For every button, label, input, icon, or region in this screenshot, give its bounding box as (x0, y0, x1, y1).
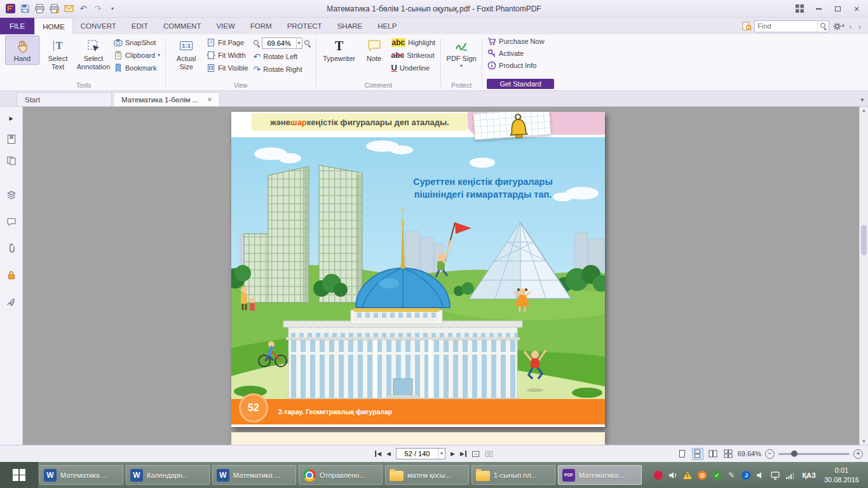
tab-home[interactable]: HOME (34, 18, 73, 34)
attachments-panel-icon[interactable] (4, 241, 19, 256)
underline-button[interactable]: U Underline (390, 62, 438, 74)
zoom-slider[interactable] (778, 453, 850, 455)
fit-visible-button[interactable]: Fit Visible (205, 62, 250, 74)
zoom-out-icon[interactable] (254, 40, 260, 46)
purchase-now-button[interactable]: Purchase Now (485, 36, 546, 47)
language-indicator[interactable]: ҚАЗ (799, 471, 818, 479)
close-button[interactable]: × (848, 3, 865, 15)
print-button[interactable] (33, 3, 46, 15)
tab-view[interactable]: VIEW (208, 18, 242, 34)
ribbon-scroll-right-icon[interactable]: › (857, 22, 863, 31)
zoom-slider-thumb[interactable] (791, 451, 797, 457)
taskbar-item-foxit-active[interactable]: PDFМатематика ... (558, 465, 642, 485)
quick-print-button[interactable] (48, 3, 60, 15)
network-tray-icon[interactable] (785, 470, 795, 480)
tab-file[interactable]: FILE (0, 18, 34, 34)
security-panel-icon[interactable] (4, 268, 19, 283)
bookmarks-panel-icon[interactable] (4, 132, 19, 147)
ribbon-scroll-left-icon[interactable]: ‹ (847, 22, 853, 31)
strikeout-button[interactable]: abc Strikeout (390, 50, 438, 61)
get-standard-button[interactable]: Get Standard (487, 79, 554, 89)
single-page-icon[interactable] (677, 448, 688, 460)
dropdown-icon[interactable]: ▾ (438, 449, 445, 459)
taskbar-item-folder-2[interactable]: 1-сынып пл... (471, 465, 555, 485)
taskbar-item-folder-1[interactable]: матем қосы... (385, 465, 469, 485)
vertical-scrollbar[interactable]: ▲ ▼ (859, 107, 868, 445)
select-text-button[interactable]: T Select Text (41, 36, 75, 72)
minimize-button[interactable] (810, 3, 827, 15)
app-logo-icon[interactable] (4, 3, 17, 15)
fit-width-button[interactable]: Fit Width (205, 50, 250, 61)
scroll-up-icon[interactable]: ▲ (862, 108, 866, 112)
rotate-right-button[interactable]: ↷ Rotate Right (252, 64, 313, 75)
expand-panel-arrow-icon[interactable]: ▶ (9, 116, 13, 121)
page-number-input[interactable] (397, 450, 438, 458)
tab-form[interactable]: FORM (243, 18, 280, 34)
highlight-button[interactable]: abc Highlight (390, 37, 438, 48)
java-tray-icon[interactable]: J (741, 470, 751, 480)
actual-size-button[interactable]: 1:1 Actual Size (169, 36, 203, 72)
pen-input-tray-icon[interactable]: ✎ (726, 470, 736, 480)
snapshot-button[interactable]: SnapShot (112, 37, 162, 48)
continuous-facing-icon[interactable] (722, 448, 734, 460)
zoom-in-icon[interactable] (304, 40, 311, 46)
find-settings-button[interactable]: ▾ (832, 20, 844, 32)
next-page-button[interactable]: ▶ (451, 451, 455, 457)
rotate-left-button[interactable]: ↶ Rotate Left (252, 51, 313, 62)
antivirus-tray-icon[interactable] (653, 470, 663, 480)
save-button[interactable] (18, 3, 31, 15)
volume-tray-icon[interactable] (668, 470, 678, 480)
taskbar-item-word-2[interactable]: WКалендарн... (126, 465, 210, 485)
scrollbar-thumb[interactable] (861, 225, 867, 255)
full-screen-button[interactable] (471, 450, 480, 458)
tab-share[interactable]: SHARE (330, 18, 370, 34)
layers-panel-icon[interactable] (4, 187, 19, 203)
clock[interactable]: 0:01 30.08.2016 (823, 466, 864, 484)
redo-button[interactable]: ↷ (92, 3, 104, 15)
zoom-input[interactable] (262, 39, 296, 47)
qat-customize-button[interactable]: ▾ (106, 3, 119, 15)
bookmark-button[interactable]: Bookmark (112, 62, 162, 74)
workspace-grid-icon[interactable] (790, 3, 808, 15)
find-search-button[interactable] (817, 21, 829, 32)
clipboard-button[interactable]: Clipboard ▾ (112, 50, 162, 61)
find-options-icon[interactable] (742, 22, 752, 31)
tab-help[interactable]: HELP (370, 18, 404, 34)
scroll-down-icon[interactable]: ▼ (862, 439, 866, 444)
taskbar-item-chrome[interactable]: Отправленн... (299, 465, 383, 485)
tab-protect[interactable]: PROTECT (280, 18, 330, 34)
tab-convert[interactable]: CONVERT (73, 18, 124, 34)
signature-panel-icon[interactable] (4, 294, 19, 309)
continuous-page-icon[interactable] (692, 448, 703, 460)
taskbar-item-word-3[interactable]: WМатематика ... (212, 465, 296, 485)
select-annotation-button[interactable]: Select Annotation (76, 36, 111, 72)
doc-tab-start[interactable]: Start (17, 92, 112, 106)
alert-tray-icon[interactable]: ! (682, 470, 693, 480)
pages-panel-icon[interactable] (4, 153, 19, 168)
last-page-button[interactable]: ▶ (460, 451, 466, 457)
hand-button[interactable]: Hand (5, 36, 39, 65)
mail-agent-tray-icon[interactable]: @ (697, 470, 707, 480)
comments-panel-icon[interactable] (4, 214, 19, 229)
tab-edit[interactable]: EDIT (124, 18, 156, 34)
email-button[interactable] (62, 3, 75, 15)
close-tab-icon[interactable]: × (198, 95, 212, 104)
tab-list-dropdown-icon[interactable]: ▼ (860, 97, 865, 103)
first-page-button[interactable]: ◀ (375, 451, 381, 457)
maximize-button[interactable] (829, 3, 846, 15)
activate-button[interactable]: Activate (485, 48, 526, 59)
tab-comment[interactable]: COMMENT (156, 18, 208, 34)
zoom-out-button[interactable]: − (765, 449, 775, 459)
product-info-button[interactable]: Product Info (485, 60, 538, 71)
taskbar-item-word-1[interactable]: WМатематика ... (39, 465, 123, 485)
undo-button[interactable]: ↶ (77, 3, 90, 15)
read-mode-button[interactable] (485, 450, 493, 458)
security-tray-icon[interactable]: ✓ (712, 470, 722, 480)
zoom-in-button[interactable]: + (853, 449, 863, 459)
facing-page-icon[interactable] (707, 448, 719, 460)
document-area[interactable]: және шар кеңістік фигуралары деп аталады… (23, 107, 859, 445)
doc-tab-active[interactable]: Математика 1-бөлім ... × (113, 92, 220, 106)
dropdown-icon[interactable]: ▾ (296, 38, 302, 48)
audio-device-tray-icon[interactable] (756, 470, 766, 480)
previous-page-button[interactable]: ◀ (386, 451, 391, 457)
